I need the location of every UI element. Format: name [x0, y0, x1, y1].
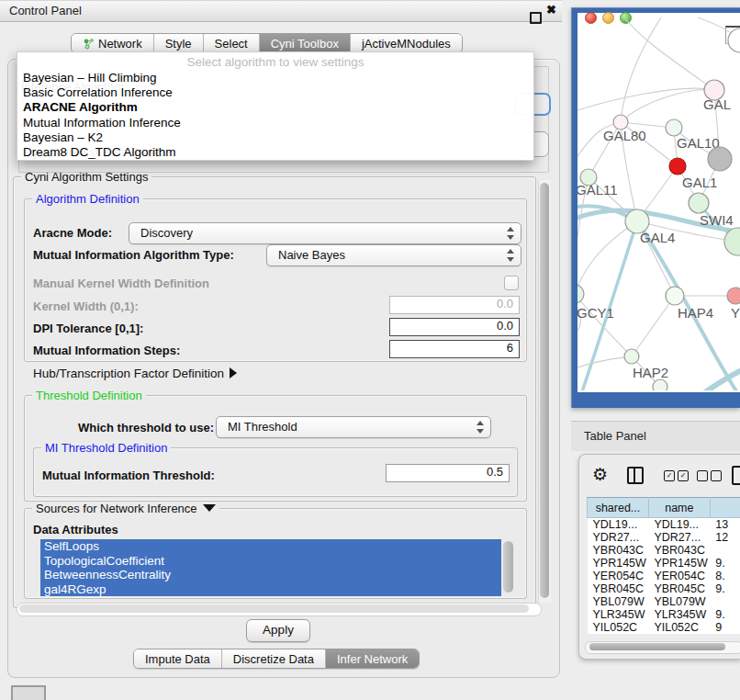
table-cell: YLR345W [588, 608, 649, 621]
tab-network[interactable]: Network [72, 34, 153, 52]
table-cell: 13 [710, 518, 740, 532]
tab-cyni-toolbox[interactable]: Cyni Toolbox [259, 34, 350, 52]
tab-impute-data[interactable]: Impute Data [134, 649, 221, 668]
tab-jactivemnodules[interactable]: jActiveMNodules [350, 34, 462, 52]
table-panel-header: Table Panel [571, 421, 740, 451]
attribute-item-selfloops[interactable]: SelfLoops [40, 539, 501, 554]
table-cell: YBR045C [648, 582, 710, 595]
tab-label: Select [215, 37, 248, 51]
algorithm-option-aracne-algorithm[interactable]: ARACNE Algorithm [17, 100, 533, 115]
split-columns-icon[interactable] [627, 467, 644, 484]
settings-horizontal-scrollbar[interactable] [17, 603, 542, 616]
grid-corner-button[interactable] [11, 685, 46, 700]
node-label-gal4: GAL4 [640, 230, 675, 245]
deselect-all-checkboxes-icon[interactable] [697, 470, 722, 481]
mi-algorithm-type-select[interactable]: Naive Bayes [266, 244, 521, 266]
aracne-mode-select[interactable]: Discovery [129, 222, 521, 244]
node-label-hap2: HAP2 [633, 365, 668, 380]
dpi-tolerance-label: DPI Tolerance [0,1]: [33, 322, 143, 335]
table-cell: 9 [710, 621, 740, 634]
select-all-checkboxes-icon[interactable]: ✓✓ [664, 470, 689, 481]
mi-threshold-input[interactable]: 0.5 [386, 464, 510, 482]
table-row[interactable]: YDR27...YDR27...12 [588, 531, 740, 544]
control-panel-titlebar: Control Panel [0, 0, 562, 22]
network-node-hap4[interactable] [666, 287, 684, 305]
network-node-gal1[interactable] [689, 193, 709, 213]
node-label-swi4: SWI4 [700, 212, 734, 228]
table-row[interactable]: YBL079WYBL079W [588, 595, 740, 608]
table-panel-title: Table Panel [584, 429, 646, 443]
tab-select[interactable]: Select [203, 34, 259, 52]
manual-kernel-width-checkbox[interactable] [504, 276, 519, 290]
column-header-cut[interactable] [710, 498, 740, 518]
close-icon[interactable]: ✖ [546, 3, 556, 17]
table-cell: 12 [710, 531, 740, 544]
float-window-icon[interactable] [530, 12, 542, 24]
manual-kernel-width-label: Manual Kernel Width Definition [33, 277, 209, 290]
node-label-gal11: GAL11 [577, 182, 618, 198]
table-cell: YIL052C [648, 621, 710, 634]
attribute-item-betweennesscentrality[interactable]: BetweennessCentrality [40, 568, 501, 582]
ghost-group-label: Inference Algorithm [21, 80, 124, 94]
network-node-gcy1[interactable] [577, 285, 584, 303]
table-cell: 9. [710, 557, 740, 570]
algorithm-dropdown-popup: Select algorithm to view settings Bayesi… [17, 51, 534, 161]
stepper-arrows-icon [507, 249, 514, 262]
tab-label: Network [98, 37, 142, 51]
collapse-down-icon [203, 504, 216, 512]
algorithm-option-bayesian-k2[interactable]: Bayesian – K2 [17, 130, 533, 145]
network-node[interactable] [653, 379, 667, 390]
table-row[interactable]: YER054CYER054C8. [588, 570, 740, 582]
dpi-tolerance-input[interactable]: 0.0 [389, 318, 520, 336]
attribute-item-gal4rgexp[interactable]: gal4RGexp [40, 582, 501, 597]
table-cell: YBL079W [648, 595, 710, 608]
algorithm-option-mutual-information-inference[interactable]: Mutual Information Inference [17, 116, 533, 130]
tab-label: jActiveMNodules [362, 37, 451, 51]
mi-steps-input[interactable]: 6 [389, 340, 520, 358]
node-label-gcy1: GCY1 [577, 305, 614, 321]
attribute-item-topologicalcoefficient[interactable]: TopologicalCoefficient [40, 554, 501, 569]
column-header-shared[interactable]: shared... [588, 498, 649, 518]
column-header-name[interactable]: name [648, 498, 710, 518]
data-attributes-list[interactable]: SelfLoopsTopologicalCoefficientBetweenne… [40, 539, 501, 596]
table-row[interactable]: YBR043CYBR043C [588, 544, 740, 557]
settings-vertical-scrollbar[interactable] [538, 180, 551, 603]
tab-infer-network[interactable]: Infer Network [325, 649, 419, 668]
threshold-definition-title: Threshold Definition [32, 389, 146, 402]
data-attributes-label: Data Attributes [33, 523, 118, 536]
network-node-y[interactable] [727, 288, 740, 304]
control-panel-title: Control Panel [9, 4, 82, 17]
node-attribute-table[interactable]: shared...name YDL19...YDL19...13YDR27...… [587, 497, 740, 634]
network-graph-canvas[interactable]: GALGAL80GAL10GAL11GAL1GAL4SWI4GCY1HAP4YH… [577, 17, 740, 390]
settings-gear-icon[interactable]: ⚙ [592, 464, 608, 485]
table-cell: YER054C [648, 570, 710, 582]
table-cell: YPR145W [588, 557, 649, 570]
network-node-gal10[interactable] [666, 119, 682, 136]
table-cell: YBR045C [588, 582, 649, 595]
table-cell: 9. [710, 582, 740, 595]
sources-group-title[interactable]: Sources for Network Inference [32, 502, 219, 515]
table-row[interactable]: YPR145WYPR145W9. [588, 557, 740, 570]
tab-style[interactable]: Style [153, 34, 203, 52]
table-cell: YDR27... [648, 531, 710, 544]
stepper-arrows-icon [477, 421, 484, 434]
table-cell: 9. [710, 608, 740, 621]
attributes-vertical-scrollbar[interactable] [503, 541, 513, 593]
hub-definition-expander[interactable]: Hub/Transcription Factor Definition [33, 367, 237, 380]
tab-label: Discretize Data [233, 652, 314, 666]
table-row[interactable]: YIL052CYIL052C9 [588, 621, 740, 634]
network-node-hap2[interactable] [624, 349, 639, 364]
tab-label: Impute Data [145, 652, 210, 666]
node-label-y: Y [731, 305, 740, 321]
table-row[interactable]: YLR345WYLR345W9. [588, 608, 740, 621]
network-node[interactable] [669, 158, 686, 175]
new-table-icon[interactable] [732, 466, 740, 485]
network-icon [83, 38, 95, 50]
network-node[interactable] [708, 147, 732, 171]
table-row[interactable]: YDL19...YDL19...13 [588, 518, 740, 532]
which-threshold-select[interactable]: MI Threshold [216, 416, 491, 438]
table-horizontal-scrollbar[interactable] [585, 641, 740, 654]
tab-discretize-data[interactable]: Discretize Data [221, 649, 325, 668]
table-row[interactable]: YBR045CYBR045C9. [588, 582, 740, 595]
apply-button[interactable]: Apply [246, 619, 310, 642]
